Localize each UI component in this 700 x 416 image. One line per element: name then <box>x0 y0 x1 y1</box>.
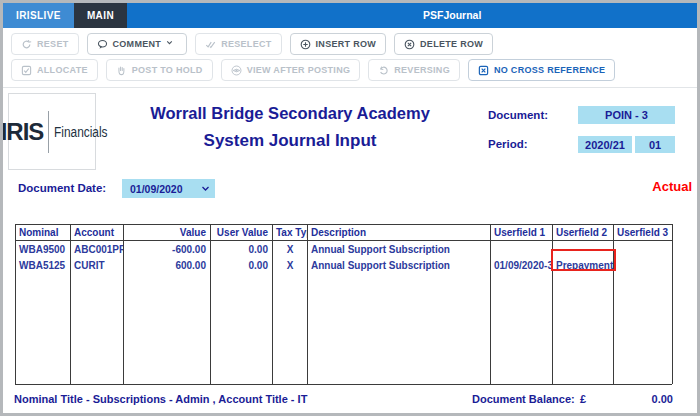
document-label: Document: <box>488 109 548 121</box>
cell-value[interactable]: -600.00 <box>124 241 211 257</box>
hand-icon <box>116 65 127 76</box>
toolbar-row-1: RESET COMMENT RESELECT INSERT ROW DELETE… <box>11 33 493 55</box>
reset-button: RESET <box>11 33 79 55</box>
period-year-field: 2020/21 <box>578 136 632 153</box>
empty-grid-area[interactable] <box>211 273 273 384</box>
col-header-tax-type: Tax Type <box>273 224 308 241</box>
empty-grid-area[interactable] <box>614 273 673 384</box>
status-bar-text: Nominal Title - Subscriptions - Admin , … <box>14 393 307 405</box>
period-label: Period: <box>488 138 528 150</box>
cell-userfield-1[interactable]: 01/09/2020-31, <box>491 257 553 273</box>
crossed-box-icon <box>478 65 489 76</box>
col-header-userfield-1: Userfield 1 <box>491 224 553 241</box>
cell-description[interactable]: Annual Support Subscription <box>308 241 491 257</box>
cell-tax-type[interactable]: X <box>273 257 308 273</box>
psf-journal-window: IRISLIVE MAIN PSFJournal RESET COMMENT R… <box>0 0 700 416</box>
col-header-value: Value <box>124 224 211 241</box>
delete-row-icon <box>404 39 415 50</box>
undo-icon <box>378 65 389 76</box>
comment-button[interactable]: COMMENT <box>87 33 188 55</box>
cell-userfield-3[interactable] <box>614 257 673 273</box>
period-number-field: 01 <box>635 136 675 153</box>
cell-user-value[interactable]: 0.00 <box>211 257 273 273</box>
empty-grid-area[interactable] <box>124 273 211 384</box>
col-header-account: Account <box>71 224 124 241</box>
empty-grid-area[interactable] <box>308 273 491 384</box>
empty-grid-area[interactable] <box>16 273 71 384</box>
cell-userfield-3[interactable] <box>614 241 673 257</box>
cell-nominal[interactable]: WBA9500 <box>16 241 71 257</box>
reset-icon <box>21 39 32 50</box>
document-date-dropdown[interactable]: 01/09/2020 <box>122 179 215 198</box>
cell-nominal[interactable]: WBA5125 <box>16 257 71 273</box>
cell-userfield-1[interactable] <box>491 241 553 257</box>
col-header-description: Description <box>308 224 491 241</box>
allocate-icon <box>21 65 32 76</box>
empty-grid-area[interactable] <box>491 273 553 384</box>
cell-account[interactable]: ABC001PRF <box>71 241 124 257</box>
allocate-button: ALLOCATE <box>11 59 98 81</box>
delete-row-button[interactable]: DELETE ROW <box>394 33 493 55</box>
view-after-posting-button: VIEW AFTER POSTING <box>221 59 361 81</box>
reselect-icon <box>205 39 216 50</box>
empty-grid-area[interactable] <box>553 273 614 384</box>
empty-grid-area[interactable] <box>273 273 308 384</box>
academy-title: Worrall Bridge Secondary Academy <box>95 104 485 123</box>
document-value-field: POIN - 3 <box>578 106 675 124</box>
document-date-label: Document Date: <box>18 182 106 194</box>
reversing-button: REVERSING <box>368 59 460 81</box>
empty-grid-area[interactable] <box>71 273 124 384</box>
col-header-nominal: Nominal <box>16 224 71 241</box>
highlight-box <box>551 249 616 271</box>
eye-icon <box>231 65 242 76</box>
document-balance-value: 0.00 <box>618 393 673 405</box>
currency-symbol: £ <box>580 393 586 405</box>
tab-irislive[interactable]: IRISLIVE <box>3 2 74 28</box>
insert-row-icon <box>300 39 311 50</box>
post-to-hold-button: POST TO HOLD <box>106 59 213 81</box>
chevron-down-icon <box>166 39 177 50</box>
col-header-userfield-3: Userfield 3 <box>614 224 673 241</box>
toolbar: RESET COMMENT RESELECT INSERT ROW DELETE… <box>3 28 697 88</box>
form-title: System Journal Input <box>95 131 485 151</box>
no-cross-reference-button[interactable]: NO CROSS REFERENCE <box>468 59 615 81</box>
document-balance-label: Document Balance: <box>472 393 575 405</box>
toolbar-row-2: ALLOCATE POST TO HOLD VIEW AFTER POSTING… <box>11 59 615 81</box>
top-navigation-bar: IRISLIVE MAIN PSFJournal <box>3 2 697 28</box>
cell-tax-type[interactable]: X <box>273 241 308 257</box>
cell-value[interactable]: 600.00 <box>124 257 211 273</box>
logo-brand-text: IRIS <box>1 118 44 146</box>
cell-description[interactable]: Annual Support Subscription <box>308 257 491 273</box>
tab-main[interactable]: MAIN <box>74 2 127 28</box>
cell-account[interactable]: CURIT <box>71 257 124 273</box>
iris-financials-logo: IRIS Financials <box>8 93 96 170</box>
col-header-user-value: User Value <box>211 224 273 241</box>
logo-divider <box>48 111 49 153</box>
title-block: Worrall Bridge Secondary Academy System … <box>95 104 485 151</box>
ledger-type-badge: Actual <box>620 179 692 194</box>
chevron-down-icon <box>201 183 210 192</box>
comment-icon <box>97 39 108 50</box>
cell-user-value[interactable]: 0.00 <box>211 241 273 257</box>
insert-row-button[interactable]: INSERT ROW <box>290 33 387 55</box>
col-header-userfield-2: Userfield 2 <box>553 224 614 241</box>
reselect-button: RESELECT <box>195 33 281 55</box>
window-title: PSFJournal <box>423 2 481 28</box>
